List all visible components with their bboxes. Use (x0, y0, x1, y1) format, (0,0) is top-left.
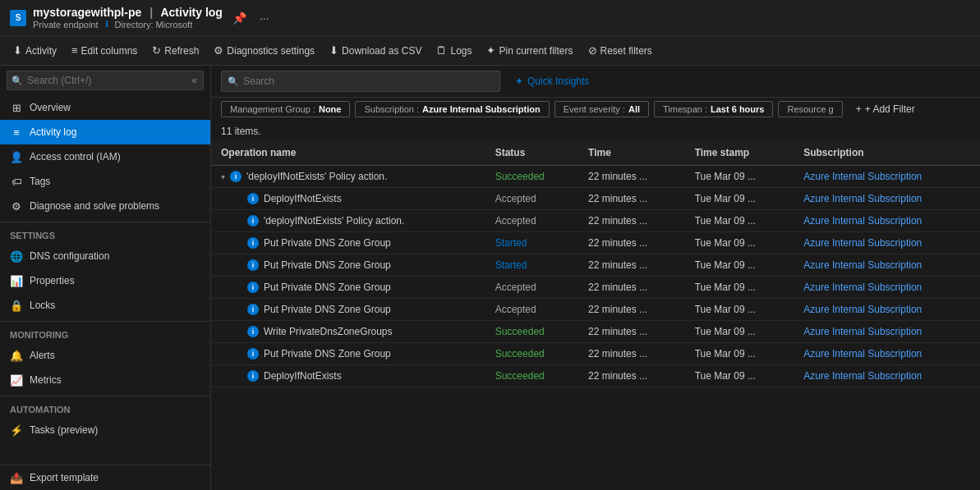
filter-bar: 🔍 ✦ Quick Insights (211, 66, 980, 98)
diagnostics-button[interactable]: ⚙ Diagnostics settings (207, 41, 321, 60)
table-row[interactable]: iDeployIfNotExistsSucceeded22 minutes ..… (211, 365, 980, 387)
subscription-cell[interactable]: Azure Internal Subscription (794, 343, 980, 365)
info-dot: i (247, 326, 259, 337)
subscription-cell[interactable]: Azure Internal Subscription (794, 277, 980, 299)
chip-management-group[interactable]: Management Group : None (221, 101, 350, 117)
info-dot: i (230, 171, 242, 182)
sidebar-item-label: Tasks (preview) (30, 424, 98, 436)
timestamp-cell: Tue Mar 09 ... (685, 343, 794, 365)
time-cell: 22 minutes ... (578, 365, 685, 387)
subscription-cell[interactable]: Azure Internal Subscription (794, 365, 980, 387)
sidebar-item-label: Overview (30, 102, 71, 113)
subscription-cell[interactable]: Azure Internal Subscription (794, 166, 980, 188)
sidebar-item-properties[interactable]: 📊 Properties (0, 268, 210, 293)
sidebar-item-tasks[interactable]: ⚡ Tasks (preview) (0, 418, 210, 442)
expand-icon[interactable]: ▾ (221, 172, 225, 181)
subscription-cell[interactable]: Azure Internal Subscription (794, 188, 980, 210)
operation-name-text: DeployIfNotExists (264, 370, 342, 382)
table-row[interactable]: iDeployIfNotExistsAccepted22 minutes ...… (211, 188, 980, 210)
status-cell: Accepted (485, 277, 578, 299)
status-cell: Accepted (485, 188, 578, 210)
operation-name-text: Put Private DNS Zone Group (264, 348, 391, 359)
pin-icon[interactable]: 📌 (229, 10, 250, 26)
sidebar-item-label: Metrics (30, 374, 62, 386)
info-dot: i (247, 348, 259, 359)
sidebar-search-input[interactable] (7, 71, 204, 90)
sidebar-search-area: 🔍 « (0, 66, 210, 95)
status-cell: Accepted (485, 299, 578, 321)
info-icon: ℹ (105, 19, 108, 30)
chip-resource-group[interactable]: Resource g (778, 101, 842, 117)
status-cell: Succeeded (485, 321, 578, 343)
status-cell: Succeeded (485, 365, 578, 387)
subscription-cell[interactable]: Azure Internal Subscription (794, 254, 980, 277)
table-header-row: Operation name Status Time Time stamp Su… (211, 140, 980, 166)
sidebar-item-diagnose[interactable]: ⚙ Diagnose and solve problems (0, 194, 210, 218)
tags-icon: 🏷 (10, 175, 23, 188)
sidebar-item-label: Export template (30, 472, 99, 483)
sidebar-item-metrics[interactable]: 📈 Metrics (0, 368, 210, 392)
chip-event-severity[interactable]: Event severity : All (554, 101, 649, 117)
metrics-icon: 📈 (10, 373, 23, 387)
pin-filters-button[interactable]: ✦ Pin current filters (480, 41, 579, 60)
sidebar-item-locks[interactable]: 🔒 Locks (0, 293, 210, 318)
sidebar-collapse-icon[interactable]: « (191, 75, 197, 86)
refresh-button[interactable]: ↻ Refresh (145, 41, 205, 60)
sidebar-item-tags[interactable]: 🏷 Tags (0, 169, 210, 194)
time-cell: 22 minutes ... (578, 299, 685, 321)
time-cell: 22 minutes ... (578, 277, 685, 299)
content-area: 🔍 ✦ Quick Insights Management Group : No… (211, 66, 980, 490)
status-cell: Succeeded (485, 343, 578, 365)
sidebar-item-overview[interactable]: ⊞ Overview (0, 95, 210, 120)
add-filter-button[interactable]: + + Add Filter (848, 101, 923, 117)
logs-button[interactable]: 🗒 Logs (430, 41, 478, 60)
status-cell: Started (485, 232, 578, 254)
edit-columns-icon: ≡ (71, 44, 78, 57)
add-filter-icon: + (856, 103, 862, 115)
reset-filters-button[interactable]: ⊘ Reset filters (582, 41, 659, 60)
dns-icon: 🌐 (10, 250, 23, 263)
operation-name-text: Put Private DNS Zone Group (264, 304, 391, 315)
sidebar-item-export-template[interactable]: 📤 Export template (0, 465, 210, 490)
time-cell: 22 minutes ... (578, 254, 685, 277)
locks-icon: 🔒 (10, 299, 23, 312)
operation-name-text: 'deployIfNotExists' Policy action. (264, 215, 404, 227)
subscription-cell[interactable]: Azure Internal Subscription (794, 232, 980, 254)
sidebar-item-access-control[interactable]: 👤 Access control (IAM) (0, 144, 210, 169)
edit-columns-button[interactable]: ≡ Edit columns (65, 41, 144, 60)
table-row[interactable]: iPut Private DNS Zone GroupAccepted22 mi… (211, 277, 980, 299)
quick-insights-button[interactable]: ✦ Quick Insights (507, 72, 597, 90)
logs-icon: 🗒 (436, 44, 447, 57)
table-row[interactable]: i'deployIfNotExists' Policy action.Accep… (211, 210, 980, 232)
table-row[interactable]: iWrite PrivateDnsZoneGroupsSucceeded22 m… (211, 321, 980, 343)
table-row[interactable]: iPut Private DNS Zone GroupStarted22 min… (211, 254, 980, 277)
timestamp-cell: Tue Mar 09 ... (685, 321, 794, 343)
diagnose-icon: ⚙ (10, 199, 23, 213)
subscription-cell[interactable]: Azure Internal Subscription (794, 321, 980, 343)
sidebar-item-activity-log[interactable]: ≡ Activity log (0, 120, 210, 144)
subscription-cell[interactable]: Azure Internal Subscription (794, 210, 980, 232)
table-row[interactable]: iPut Private DNS Zone GroupAccepted22 mi… (211, 299, 980, 321)
search-icon: 🔍 (228, 76, 239, 87)
chip-subscription[interactable]: Subscription : Azure Internal Subscripti… (355, 101, 549, 117)
more-options-icon[interactable]: ··· (256, 10, 273, 26)
chip-timespan[interactable]: Timespan : Last 6 hours (654, 101, 773, 117)
activity-icon: ⬇ (13, 44, 22, 57)
search-input[interactable] (221, 71, 500, 92)
command-bar: ⬇ Activity ≡ Edit columns ↻ Refresh ⚙ Di… (0, 36, 980, 66)
table-wrap: Operation name Status Time Time stamp Su… (211, 140, 980, 490)
sidebar-item-label: Alerts (30, 350, 55, 361)
subscription-cell[interactable]: Azure Internal Subscription (794, 299, 980, 321)
sidebar-item-alerts[interactable]: 🔔 Alerts (0, 343, 210, 368)
col-time: Time (578, 140, 685, 166)
download-csv-button[interactable]: ⬇ Download as CSV (323, 41, 428, 60)
sidebar-search-icon: 🔍 (12, 76, 23, 86)
table-row[interactable]: iPut Private DNS Zone GroupStarted22 min… (211, 232, 980, 254)
sidebar-item-dns-config[interactable]: 🌐 DNS configuration (0, 244, 210, 268)
activity-button[interactable]: ⬇ Activity (7, 41, 63, 60)
table-row[interactable]: iPut Private DNS Zone GroupSucceeded22 m… (211, 343, 980, 365)
operation-name-text: DeployIfNotExists (264, 193, 342, 204)
table-row[interactable]: ▾i'deployIfNotExists' Policy action.Succ… (211, 166, 980, 188)
sidebar-item-label: Access control (IAM) (30, 151, 121, 163)
col-subscription: Subscription (794, 140, 980, 166)
